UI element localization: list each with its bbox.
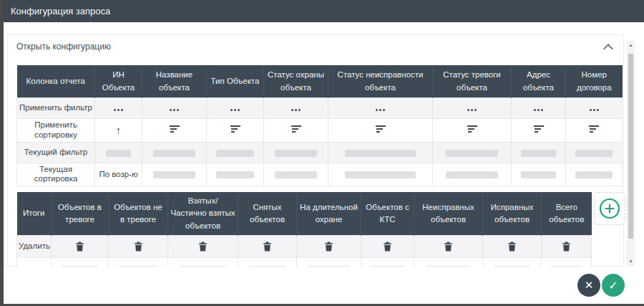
sort-lines-icon	[467, 125, 477, 134]
add-total-button[interactable]	[594, 192, 625, 225]
sort-cell[interactable]	[433, 119, 512, 143]
current-filter-value	[566, 142, 623, 163]
filter-options-cell[interactable]	[95, 98, 142, 119]
trash-icon	[562, 242, 571, 252]
open-configuration-panel: Открыть конфигурацию Колонка отчета ИН О…	[7, 34, 624, 267]
ellipsis-icon	[291, 109, 301, 111]
placeholder-bar	[216, 171, 254, 178]
scrollbar-up-arrow[interactable]: ▲	[628, 42, 634, 49]
chevron-up-icon[interactable]	[603, 44, 613, 54]
column-header-report-column: Колонка отчета	[17, 65, 95, 98]
current-filter-value	[264, 142, 328, 163]
sort-cell[interactable]	[512, 119, 566, 143]
ellipsis-icon	[590, 109, 599, 111]
sort-cell[interactable]	[264, 119, 328, 143]
filter-options-cell[interactable]	[566, 98, 623, 119]
sort-cell[interactable]	[328, 119, 433, 143]
placeholder-bar	[153, 150, 196, 157]
totals-header-faulty: Неисправных объектов	[414, 192, 483, 235]
column-header-object-address: Адрес объекта	[512, 65, 566, 98]
sort-lines-icon	[534, 125, 544, 134]
ellipsis-icon	[467, 109, 477, 111]
trash-icon	[444, 242, 453, 252]
delete-total-cell[interactable]	[168, 235, 238, 257]
dialog-title-bar: Конфигурация запроса	[4, 0, 644, 22]
placeholder-bar	[275, 150, 318, 157]
open-configuration-header[interactable]: Открыть конфигурацию	[8, 35, 623, 61]
trash-icon	[383, 242, 392, 252]
apply-sort-label: Применить сортировку	[17, 119, 95, 143]
ellipsis-icon	[170, 109, 179, 111]
delete-row-label: Удалить	[17, 235, 52, 257]
apply-sort-row: Применить сортировку ↑	[17, 119, 623, 143]
columns-header-row: Колонка отчета ИН Объекта Название объек…	[17, 65, 623, 98]
sort-cell[interactable]	[207, 119, 264, 143]
cancel-button[interactable]: ✕	[577, 274, 600, 297]
trash-icon	[263, 242, 272, 252]
placeholder-bar	[575, 171, 613, 178]
current-sort-value: По возр-ю	[95, 163, 142, 186]
delete-total-cell[interactable]	[483, 235, 542, 257]
current-filter-value	[95, 142, 142, 163]
current-sort-row: Текущая сортировка По возр-ю	[17, 163, 623, 186]
sort-lines-icon	[170, 125, 180, 134]
sort-cell[interactable]	[142, 119, 207, 143]
delete-total-cell[interactable]	[414, 235, 483, 257]
totals-header-row: Итоги Объектов в тревоге Объектов не в т…	[17, 192, 592, 235]
current-sort-placeholder	[512, 163, 566, 186]
delete-total-cell[interactable]	[109, 235, 168, 257]
placeholder-bar	[446, 150, 499, 157]
sort-lines-icon	[230, 125, 240, 134]
placeholder-bar	[275, 171, 318, 178]
report-columns-table: Колонка отчета ИН Объекта Название объек…	[16, 65, 623, 186]
delete-row: Удалить	[17, 235, 592, 257]
current-sort-placeholder	[142, 163, 207, 186]
trash-icon	[75, 242, 84, 252]
current-filter-row: Текущий фильтр	[17, 142, 623, 163]
delete-total-cell[interactable]	[297, 235, 361, 257]
current-filter-value	[433, 142, 512, 163]
request-configuration-dialog: Конфигурация запроса Открыть конфигураци…	[4, 0, 644, 304]
delete-total-cell[interactable]	[542, 235, 592, 257]
placeholder-bar	[216, 150, 254, 157]
open-configuration-label: Открыть конфигурацию	[16, 42, 111, 52]
confirm-button[interactable]: ✓	[602, 274, 625, 297]
scrollbar-thumb[interactable]	[628, 54, 633, 239]
placeholder-bar	[345, 150, 416, 157]
trash-icon	[198, 242, 208, 252]
scrollbar-down-arrow[interactable]: ▼	[628, 258, 634, 265]
trash-icon	[134, 242, 143, 252]
filter-options-cell[interactable]	[328, 98, 433, 119]
column-header-object-type: Тип Объекта	[207, 65, 264, 98]
column-header-contract-number: Номер договора	[566, 65, 623, 98]
filter-options-cell[interactable]	[512, 98, 566, 119]
sort-cell[interactable]	[566, 119, 623, 143]
current-filter-value	[142, 142, 207, 163]
filter-options-cell[interactable]	[142, 98, 207, 119]
current-filter-value	[207, 142, 264, 163]
check-icon: ✓	[608, 279, 618, 292]
delete-total-cell[interactable]	[52, 235, 109, 257]
delete-total-cell[interactable]	[238, 235, 297, 257]
sort-lines-icon	[376, 125, 386, 134]
column-header-guard-status: Статус охраны объекта	[264, 65, 328, 98]
current-sort-placeholder	[264, 163, 328, 186]
trash-icon	[324, 242, 333, 252]
current-sort-label: Текущая сортировка	[17, 163, 95, 186]
vertical-scrollbar[interactable]: ▲ ▼	[627, 41, 635, 266]
totals-header-disarmed: Снятых объектов	[238, 192, 297, 235]
totals-header-working: Исправных объектов	[483, 192, 542, 235]
placeholder-bar	[106, 150, 131, 157]
totals-header-not-in-alarm: Объектов не в тревоге	[109, 192, 168, 235]
ellipsis-icon	[534, 109, 543, 111]
filter-options-cell[interactable]	[264, 98, 328, 119]
dialog-content: Открыть конфигурацию Колонка отчета ИН О…	[4, 22, 644, 267]
current-sort-placeholder	[328, 163, 433, 186]
current-sort-placeholder	[433, 163, 512, 186]
trash-icon	[507, 242, 517, 252]
current-filter-value	[328, 142, 433, 163]
filter-options-cell[interactable]	[433, 98, 512, 119]
filter-options-cell[interactable]	[207, 98, 264, 119]
delete-total-cell[interactable]	[361, 235, 414, 257]
sort-cell-active[interactable]: ↑	[95, 119, 142, 143]
